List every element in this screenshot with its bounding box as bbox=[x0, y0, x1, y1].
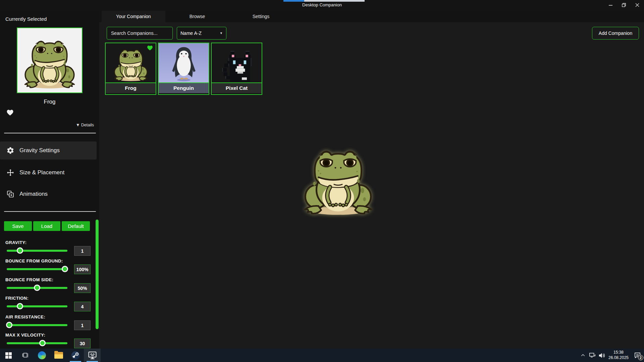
slider-thumb[interactable] bbox=[39, 340, 46, 346]
sidebar-item-gravity-settings[interactable]: Gravity Settings bbox=[0, 141, 97, 160]
slider-group-bounce-ground: BOUNCE FROM GROUND: 100% bbox=[0, 258, 99, 276]
clock-time: 15:38 bbox=[606, 350, 631, 355]
tray-expand-button[interactable] bbox=[578, 349, 588, 362]
volume-tray-button[interactable] bbox=[597, 349, 606, 362]
taskbar: 15:38 26.08.2025 2 bbox=[0, 349, 644, 362]
air-resistance-value-box[interactable]: 1 bbox=[74, 320, 91, 330]
max-x-velocity-slider[interactable] bbox=[7, 342, 67, 344]
slider-label: AIR RESISTANCE: bbox=[5, 314, 99, 319]
default-button[interactable]: Default bbox=[62, 221, 90, 231]
gear-icon bbox=[6, 146, 15, 155]
slider-group-bounce-side: BOUNCE FROM SIDE: 50% bbox=[0, 277, 99, 295]
companion-thumbnail bbox=[212, 43, 262, 82]
details-toggle[interactable]: ▼ Details bbox=[76, 123, 94, 127]
task-view-icon bbox=[21, 352, 29, 359]
bounce-ground-slider[interactable] bbox=[7, 268, 67, 270]
gravity-value-box[interactable]: 1 bbox=[74, 246, 91, 256]
gravity-slider[interactable] bbox=[7, 250, 67, 252]
sidebar-item-label: Size & Placement bbox=[19, 169, 64, 176]
sidebar-item-label: Gravity Settings bbox=[19, 147, 60, 154]
add-companion-button[interactable]: Add Companion bbox=[592, 27, 639, 40]
tab-your-companion[interactable]: Your Companion bbox=[102, 11, 165, 22]
chevron-up-icon bbox=[580, 353, 586, 358]
start-button[interactable] bbox=[0, 349, 17, 362]
task-view-button[interactable] bbox=[17, 349, 34, 362]
companion-card-pixel-cat[interactable]: Pixel Cat bbox=[211, 43, 262, 95]
slider-thumb[interactable] bbox=[6, 322, 12, 328]
content-panel: Name A-Z ▼ Add Companion Frog Penguin Pi… bbox=[99, 22, 644, 349]
companion-card-name: Pixel Cat bbox=[212, 82, 262, 93]
currently-selected-label: Currently Selected bbox=[5, 16, 47, 22]
selected-companion-preview bbox=[17, 27, 83, 93]
window-controls bbox=[604, 0, 644, 10]
steam-button[interactable] bbox=[67, 349, 84, 362]
bounce-side-value-box[interactable]: 50% bbox=[74, 283, 91, 293]
move-icon bbox=[6, 168, 15, 177]
restore-button[interactable] bbox=[617, 0, 631, 10]
tab-settings[interactable]: Settings bbox=[229, 11, 293, 22]
sidebar-divider-top bbox=[4, 133, 96, 133]
settings-scrollbar[interactable] bbox=[96, 220, 99, 329]
edge-icon bbox=[38, 351, 46, 359]
desktop-companion-app-button[interactable] bbox=[84, 349, 101, 362]
restore-icon bbox=[622, 3, 626, 7]
friction-slider[interactable] bbox=[7, 305, 67, 307]
network-tray-button[interactable] bbox=[588, 349, 597, 362]
sidebar: Currently Selected Frog ▼ Details Gravit… bbox=[0, 11, 99, 349]
windows-logo-icon bbox=[5, 352, 12, 359]
top-edge-accent-blue bbox=[283, 0, 304, 2]
load-button[interactable]: Load bbox=[33, 221, 60, 231]
companion-card-name: Frog bbox=[106, 82, 156, 93]
sort-dropdown-value: Name A-Z bbox=[180, 31, 202, 36]
tab-browse[interactable]: Browse bbox=[165, 11, 229, 22]
minimize-icon bbox=[609, 3, 612, 7]
save-button[interactable]: Save bbox=[4, 221, 32, 231]
action-center-button[interactable]: 2 bbox=[631, 349, 644, 362]
slider-label: GRAVITY: bbox=[5, 240, 99, 245]
main-area: Your Companion Browse Settings Name A-Z … bbox=[99, 11, 644, 349]
companion-card-penguin[interactable]: Penguin bbox=[158, 43, 209, 95]
friction-value-box[interactable]: 4 bbox=[74, 302, 91, 311]
sidebar-item-size-placement[interactable]: Size & Placement bbox=[0, 164, 97, 182]
frog-thumbnail-image bbox=[112, 47, 150, 82]
settings-actions: Save Load Default bbox=[0, 221, 99, 231]
slider-label: BOUNCE FROM GROUND: bbox=[5, 258, 99, 263]
bounce-ground-value-box[interactable]: 100% bbox=[74, 264, 91, 274]
frog-preview-image bbox=[21, 38, 78, 90]
animations-icon bbox=[6, 190, 15, 198]
selected-companion-name: Frog bbox=[0, 99, 99, 105]
system-tray: 15:38 26.08.2025 2 bbox=[578, 349, 644, 362]
desktop-pet-frog[interactable] bbox=[300, 146, 376, 218]
file-explorer-button[interactable] bbox=[50, 349, 67, 362]
favorite-heart-icon[interactable] bbox=[146, 45, 154, 51]
sidebar-item-label: Animations bbox=[19, 191, 48, 197]
max-x-velocity-value-box[interactable]: 30 bbox=[74, 339, 91, 348]
edge-browser-button[interactable] bbox=[34, 349, 50, 362]
penguin-thumbnail-image bbox=[168, 45, 200, 82]
network-icon bbox=[589, 352, 596, 359]
slider-thumb[interactable] bbox=[17, 247, 23, 254]
air-resistance-slider[interactable] bbox=[7, 324, 67, 326]
companion-monitor-smiley-icon bbox=[88, 351, 97, 360]
companion-card-frog[interactable]: Frog bbox=[105, 43, 156, 95]
slider-thumb[interactable] bbox=[62, 266, 68, 272]
taskbar-clock[interactable]: 15:38 26.08.2025 bbox=[606, 350, 631, 360]
close-icon bbox=[635, 3, 639, 7]
bounce-side-slider[interactable] bbox=[7, 287, 67, 289]
slider-label: MAX X VELOCITY: bbox=[5, 333, 99, 338]
sidebar-divider-bottom bbox=[4, 211, 96, 212]
window-title: Desktop Companion bbox=[0, 2, 644, 7]
close-button[interactable] bbox=[631, 0, 644, 10]
slider-thumb[interactable] bbox=[17, 303, 23, 309]
search-input[interactable] bbox=[107, 27, 173, 40]
sort-dropdown[interactable]: Name A-Z ▼ bbox=[177, 27, 226, 40]
slider-thumb[interactable] bbox=[34, 285, 40, 291]
slider-group-friction: FRICTION: 4 bbox=[0, 296, 99, 313]
sidebar-item-animations[interactable]: Animations bbox=[0, 185, 97, 203]
favorite-heart-icon[interactable] bbox=[6, 109, 14, 117]
companion-thumbnail bbox=[159, 43, 209, 82]
minimize-button[interactable] bbox=[604, 0, 617, 10]
chevron-down-icon: ▼ bbox=[220, 32, 223, 35]
pixel-cat-thumbnail-image bbox=[216, 51, 257, 82]
file-explorer-icon bbox=[54, 352, 63, 359]
